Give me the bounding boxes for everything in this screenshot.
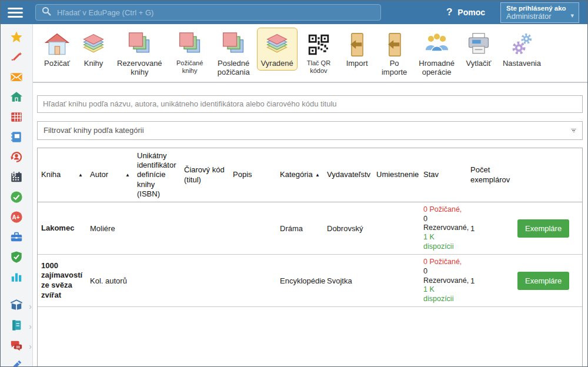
- sidebar-item-school[interactable]: [9, 92, 24, 105]
- toolbar-item-after-import[interactable]: Po importe: [377, 28, 412, 79]
- book-copies: 1: [467, 202, 514, 255]
- layers-stack-icon: [264, 31, 290, 58]
- toolbar-item-label: Rezervované knihy: [117, 59, 162, 77]
- exemplare-button[interactable]: Exempláre: [517, 272, 569, 290]
- sidebar-item-homework[interactable]: [9, 360, 24, 366]
- book-category: Dráma: [276, 202, 323, 255]
- home-icon: [10, 91, 23, 106]
- topbar: ? Pomoc Ste prihlásený ako Administrátor…: [1, 1, 587, 24]
- toolbar-item-bulk-operations[interactable]: Hromadné operácie: [415, 28, 459, 79]
- header-kniha[interactable]: Kniha▲: [38, 148, 86, 202]
- import-arrow-icon: [344, 31, 370, 58]
- chat-bubbles-icon: [10, 339, 23, 354]
- book-actions: Exempláre: [514, 255, 583, 307]
- user-name: Administrátor: [506, 12, 573, 21]
- magic-wand-icon: [10, 51, 23, 66]
- chevron-right-icon: ›: [29, 322, 32, 331]
- sidebar-item-messages[interactable]: [9, 72, 24, 85]
- books-table: Kniha▲ Autor▲ Unikátny identifikátor def…: [37, 148, 583, 366]
- header-vydavatelstvo[interactable]: Vydavateľstv: [323, 148, 373, 202]
- header-stav[interactable]: Stav: [420, 148, 467, 202]
- help-button[interactable]: ? Pomoc: [446, 6, 485, 18]
- house-icon: [44, 31, 70, 58]
- calendar-clock-icon: [10, 171, 23, 186]
- toolbar-item-settings[interactable]: Nastavenia: [499, 28, 545, 71]
- book-search-input[interactable]: [37, 95, 583, 113]
- toolbar-item-print-qr[interactable]: Tlač QR kódov: [300, 28, 337, 76]
- toolbar-item-label: Požičané knihy: [173, 59, 206, 74]
- toolbar-item-reserved-books[interactable]: Rezervované knihy: [113, 28, 166, 79]
- toolbar-item-print[interactable]: Vytlačiť: [462, 28, 496, 71]
- header-pocet[interactable]: Počet exemplárov: [467, 148, 514, 202]
- toolbar-item-borrow[interactable]: Požičať: [40, 28, 74, 71]
- header-popis[interactable]: Popis: [229, 148, 276, 202]
- header-isbn[interactable]: Unikátny identifikátor definície knihy (…: [133, 148, 181, 202]
- select-arrow-icon: [571, 129, 576, 133]
- header-umiestnenie[interactable]: Umiestnenie: [373, 148, 420, 202]
- toolbar-item-label: Tlač QR kódov: [305, 59, 333, 74]
- status-reserved: 0 Rezervované,: [423, 215, 469, 232]
- toolbar-item-import[interactable]: Import: [340, 28, 374, 71]
- book-actions: Exempláre: [514, 202, 583, 255]
- header-barcode[interactable]: Čiarový kód (titul): [181, 148, 229, 202]
- briefcase-icon: [10, 231, 23, 246]
- sidebar-item-library[interactable]: ›: [9, 300, 24, 313]
- library-content: Filtrovať knihy podľa kategórii Kniha▲ A…: [33, 83, 587, 366]
- help-label: Pomoc: [457, 8, 485, 17]
- toolbar-item-borrowed-books[interactable]: Požičané knihy: [169, 28, 211, 76]
- book-isbn: [133, 255, 181, 307]
- exemplare-button[interactable]: Exempláre: [517, 219, 569, 238]
- sidebar-item-grades[interactable]: A+: [9, 212, 24, 225]
- sidebar-item-wizard[interactable]: [9, 52, 24, 65]
- toolbar-item-label: Vytlačiť: [466, 59, 492, 68]
- book-publisher: Dobrovský: [323, 202, 373, 255]
- header-actions: [514, 148, 583, 202]
- category-filter-placeholder: Filtrovať knihy podľa kategórii: [44, 126, 571, 135]
- sidebar-item-agenda[interactable]: [9, 232, 24, 245]
- sidebar-item-communication[interactable]: ›: [9, 340, 24, 353]
- check-circle-icon: [10, 191, 23, 206]
- table-row: Lakomec Moliére Dráma Dobrovský 0 Požiča…: [38, 202, 583, 255]
- status-loaned: 0 Požičané,: [423, 258, 462, 266]
- sidebar-item-admin[interactable]: [9, 252, 24, 265]
- sidebar-item-elearning[interactable]: ›: [9, 320, 24, 333]
- star-icon: [10, 31, 23, 46]
- sidebar-item-substitutions[interactable]: [9, 152, 24, 165]
- user-menu[interactable]: Ste prihlásený ako Administrátor ▾: [500, 2, 579, 23]
- stacked-squares-icon: [126, 31, 152, 58]
- book-isbn: [133, 202, 181, 255]
- layers-stack-icon: [81, 31, 106, 58]
- sidebar-item-results[interactable]: [9, 272, 24, 285]
- toolbar-item-label: Knihy: [84, 59, 103, 68]
- header-kategoria[interactable]: Kategória▲: [276, 148, 323, 202]
- hamburger-menu-icon[interactable]: [8, 8, 25, 18]
- import-arrow-icon: [382, 31, 407, 58]
- stacked-squares-icon: [220, 31, 246, 58]
- status-reserved: 0 Rezervované,: [423, 267, 469, 285]
- table-row: 1000 zajímavostí ze svěza zvířat Kol. au…: [38, 255, 583, 307]
- sidebar-item-gradebook[interactable]: [9, 132, 24, 145]
- toolbar-item-discarded[interactable]: Vyradené: [257, 28, 298, 71]
- sidebar-item-attendance[interactable]: [9, 192, 24, 205]
- header-autor[interactable]: Autor▲: [86, 148, 133, 202]
- global-search[interactable]: [35, 4, 381, 21]
- sidebar-item-timetable[interactable]: [9, 112, 24, 125]
- sort-asc-icon: ▲: [125, 172, 131, 178]
- sort-asc-icon: ▲: [78, 172, 84, 178]
- toolbar-item-label: Nastavenia: [503, 59, 541, 68]
- toolbar-item-books[interactable]: Knihy: [77, 28, 110, 71]
- global-search-input[interactable]: [57, 8, 375, 17]
- sidebar-item-favorites[interactable]: [9, 32, 24, 45]
- book-location: [373, 202, 420, 255]
- timetable-grid-icon: [10, 111, 23, 126]
- qr-code-icon: [308, 31, 330, 58]
- gears-icon: [509, 31, 534, 58]
- notebook-icon: [10, 131, 23, 146]
- toolbar-item-label: Požičať: [44, 59, 70, 68]
- category-filter-select[interactable]: Filtrovať knihy podľa kategórii: [37, 121, 583, 140]
- book-status: 0 Požičané, 0 Rezervované, 1 K dispozíci…: [420, 255, 467, 307]
- toolbar-item-recent-loans[interactable]: Posledné požičania: [213, 28, 254, 79]
- sidebar-item-calendar[interactable]: [9, 172, 24, 185]
- book-copies: 1: [467, 255, 514, 307]
- printer-icon: [466, 31, 492, 58]
